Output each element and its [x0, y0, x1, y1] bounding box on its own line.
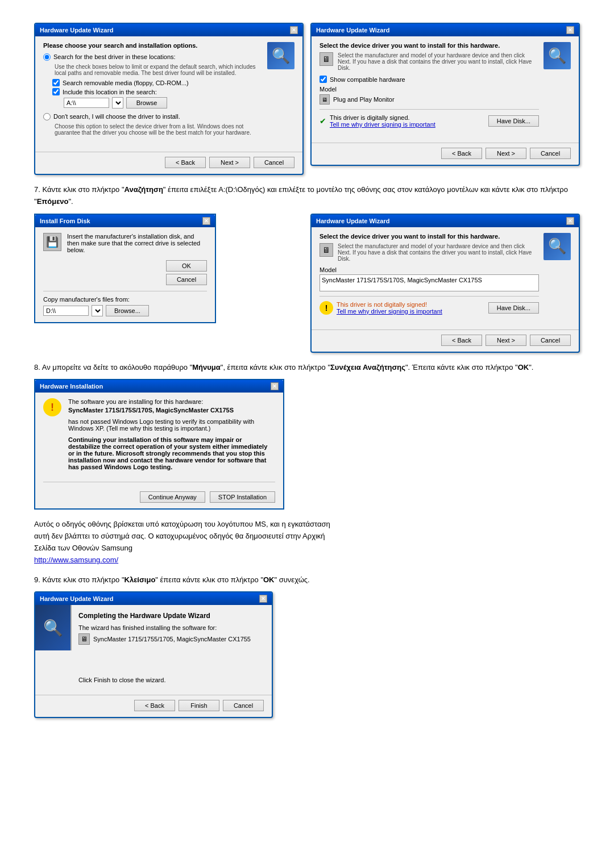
- install-disk-floppy-icon: 💾: [43, 233, 61, 251]
- completing-wizard-cancel-btn[interactable]: Cancel: [223, 700, 264, 711]
- wizard2-cancel-btn[interactable]: Cancel: [530, 148, 571, 159]
- wizard3-warn-icon: !: [320, 301, 333, 315]
- hardware-install-close-btn[interactable]: ✕: [271, 382, 279, 390]
- completing-wizard-content: Completing the Hardware Update Wizard Th…: [72, 605, 272, 690]
- wizard2-footer: < Back Next > Cancel: [312, 143, 579, 165]
- wizard1-back-btn[interactable]: < Back: [165, 157, 206, 168]
- wizard1-path-select[interactable]: ▼: [112, 97, 123, 108]
- wizard3-cancel-btn[interactable]: Cancel: [530, 335, 571, 346]
- install-disk-close-btn[interactable]: ✕: [202, 217, 210, 225]
- install-disk-dialog: Install From Disk ✕ 💾 Insert the manufac…: [34, 214, 216, 323]
- wizard3-titlebar: Hardware Update Wizard ✕: [312, 215, 579, 227]
- wizard1-next-btn[interactable]: Next >: [209, 157, 250, 168]
- step9-text: 9. Κάντε κλικ στο πλήκτρο "Κλείσιμο" έπε…: [34, 574, 580, 586]
- hardware-install-continue-btn[interactable]: Continue Anyway: [140, 491, 205, 503]
- install-disk-buttons: OK Cancel: [43, 260, 207, 285]
- step8-text: 8. Αν μπορείτε να δείτε το ακόλουθο παρά…: [34, 362, 580, 374]
- step9-bold2: ΟΚ: [263, 575, 275, 584]
- wizard1-check2[interactable]: [52, 88, 60, 95]
- wizard1-radio1-row: Search for the best driver in these loca…: [43, 53, 263, 61]
- install-disk-content: 💾 Insert the manufacturer's installation…: [43, 233, 207, 253]
- completing-wizard-desc: The wizard has finished installing the s…: [78, 624, 265, 631]
- wizard1-heading: Please choose your search and installati…: [43, 42, 263, 49]
- wizard3-warn-link[interactable]: Tell me why driver signing is important: [337, 308, 442, 315]
- wizard3-dialog: Hardware Update Wizard ✕ Select the devi…: [310, 214, 580, 353]
- wizard2-signed-icon: ✔: [320, 116, 326, 126]
- hardware-install-title-buttons: ✕: [271, 382, 279, 390]
- hardware-install-title: Hardware Installation: [40, 383, 103, 390]
- completing-wizard-product: SyncMaster 1715/1755/1705, MagicSyncMast…: [93, 636, 251, 642]
- wizard1-radio1[interactable]: [43, 53, 51, 61]
- wizard1-radio2-row: Don't search, I will choose the driver t…: [43, 113, 263, 120]
- wizard3-have-disk-btn[interactable]: Have Disk...: [488, 302, 539, 314]
- wizard3-model-value: SyncMaster 171S/175S/170S, MagicSyncMast…: [320, 274, 539, 291]
- wizard1-path-input[interactable]: [64, 98, 109, 108]
- wizard2-wizard-icon: 🔍: [544, 42, 571, 69]
- wizard1-wizard-icon: 🔍: [267, 42, 294, 69]
- hardware-install-body: ! The software you are installing for th…: [35, 393, 283, 508]
- wizard2-signed-info-text: This driver is digitally signed. Tell me…: [330, 114, 435, 128]
- wizard3-desc: Select the manufacturer and model of you…: [338, 243, 539, 262]
- wizard2-close-btn[interactable]: ✕: [566, 26, 574, 34]
- wizard1-radio2-label: Don't search, I will choose the driver t…: [53, 113, 180, 120]
- completing-wizard-dialog: Hardware Update Wizard ✕ 🔍 Completing th…: [34, 591, 273, 718]
- install-disk-titlebar: Install From Disk ✕: [35, 215, 215, 227]
- step9-mid: " έπειτα κάντε κλικ στο πλήκτρο ": [155, 575, 263, 584]
- install-disk-path-input[interactable]: [43, 306, 89, 316]
- hardware-install-line1: has not passed Windows Logo testing to v…: [68, 418, 275, 432]
- completing-wizard-finish-btn[interactable]: Finish: [179, 700, 219, 711]
- wizard2-compat-label: Show compatible hardware: [330, 76, 405, 83]
- install-disk-message: Insert the manufacturer's installation d…: [67, 233, 207, 253]
- wizard3-title: Hardware Update Wizard: [316, 218, 390, 224]
- wizard2-back-btn[interactable]: < Back: [441, 148, 482, 159]
- wizard2-titlebar: Hardware Update Wizard ✕: [312, 24, 579, 36]
- page-content: Hardware Update Wizard ✕ Please choose y…: [34, 23, 580, 718]
- step7-bold2: Επόμενο: [37, 197, 69, 206]
- wizard2-title-buttons: ✕: [566, 26, 574, 34]
- step8-bold1: Μήνυμα: [192, 363, 221, 372]
- wizard2-title: Hardware Update Wizard: [316, 27, 390, 34]
- wizard3-next-btn[interactable]: Next >: [486, 335, 526, 346]
- wizard2-heading: Select the device driver you want to ins…: [320, 42, 539, 49]
- wizard1-titlebar: Hardware Update Wizard ✕: [35, 24, 302, 36]
- wizard2-next-btn[interactable]: Next >: [486, 148, 526, 159]
- wizard2-signed-link[interactable]: Tell me why driver signing is important: [330, 121, 435, 128]
- completing-wizard-close-btn[interactable]: ✕: [259, 595, 267, 603]
- middle-screenshots-row: Install From Disk ✕ 💾 Insert the manufac…: [34, 214, 580, 353]
- hardware-install-titlebar: Hardware Installation ✕: [35, 380, 283, 393]
- step7-prefix: 7. Κάντε κλικ στο πλήκτρο ": [34, 185, 125, 194]
- install-disk-cancel-btn[interactable]: Cancel: [166, 274, 207, 285]
- install-disk-browse-btn[interactable]: Browse...: [106, 305, 149, 316]
- wizard2-compat-row: Show compatible hardware: [320, 76, 539, 83]
- wizard2-compat-check[interactable]: [320, 76, 327, 83]
- wizard1-radio2[interactable]: [43, 113, 51, 120]
- install-disk-title: Install From Disk: [40, 218, 90, 224]
- wizard1-cancel-btn[interactable]: Cancel: [254, 157, 294, 168]
- install-disk-ok-btn[interactable]: OK: [166, 260, 207, 272]
- wizard1-content: Please choose your search and installati…: [43, 42, 263, 136]
- step7-end: ".: [68, 197, 73, 206]
- wizard3-content: Select the device driver you want to ins…: [320, 233, 539, 319]
- wizard3-monitor-icon: 🖥: [320, 243, 333, 257]
- step9-bold1: Κλείσιμο: [125, 575, 156, 584]
- wizard2-have-disk-btn[interactable]: Have Disk...: [488, 115, 539, 127]
- wizard3-close-btn[interactable]: ✕: [566, 217, 574, 225]
- wizard2-content: Select the device driver you want to ins…: [320, 42, 539, 132]
- wizard1-check2-label: Include this location in the search:: [63, 89, 157, 95]
- install-disk-path-select[interactable]: ▼: [92, 305, 103, 316]
- install-disk-body: 💾 Insert the manufacturer's installation…: [35, 227, 215, 322]
- wizard1-close-btn[interactable]: ✕: [290, 26, 298, 34]
- wizard3-desc-row: 🖥 Select the manufacturer and model of y…: [320, 243, 539, 262]
- wizard1-check2-row: Include this location in the search:: [52, 88, 263, 95]
- hardware-install-stop-btn[interactable]: STOP Installation: [210, 491, 275, 503]
- wizard1-check1[interactable]: [52, 79, 60, 86]
- step8-note-link[interactable]: http://www.samsung.com/: [34, 556, 118, 564]
- wizard3-warn-texts: This driver is not digitally signed! Tel…: [337, 301, 442, 315]
- step8-note-line3: Σελίδα των Οθονών Samsung: [34, 542, 580, 554]
- completing-wizard-back-btn[interactable]: < Back: [134, 700, 175, 711]
- wizard2-model-row: 🖥 Plug and Play Monitor: [320, 94, 539, 105]
- wizard1-browse-btn[interactable]: Browse: [126, 97, 167, 108]
- step8-mid2: ". Έπειτα κάντε κλικ στο πλήκτρο ": [405, 363, 518, 372]
- wizard2-desc: Select the manufacturer and model of you…: [338, 52, 539, 71]
- wizard3-back-btn[interactable]: < Back: [441, 335, 482, 346]
